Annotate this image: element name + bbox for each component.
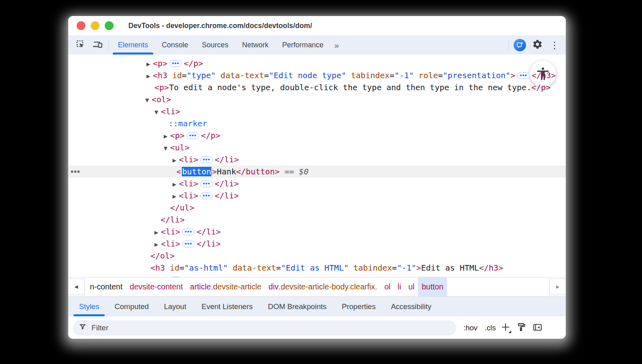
sidebar-tab-computed[interactable]: Computed xyxy=(107,297,156,316)
toggle-sidebar-button[interactable] xyxy=(531,322,544,334)
disclosure-arrow-icon[interactable]: ▼ xyxy=(145,94,152,106)
dom-tree-row[interactable]: ▼<li> xyxy=(68,105,566,117)
ai-assistance-icon xyxy=(514,39,526,51)
zoom-window-button[interactable] xyxy=(105,21,114,30)
disclosure-arrow-icon[interactable]: ▼ xyxy=(164,142,170,154)
code-token: = xyxy=(438,71,443,80)
tab-sources[interactable]: Sources xyxy=(195,36,235,55)
breadcrumb-part: .devsite-article-body.clearfix. xyxy=(278,282,377,291)
disclosure-arrow-icon[interactable]: ▶ xyxy=(146,275,153,277)
breadcrumb: n-contentdevsite-contentarticle.devsite-… xyxy=(85,277,447,296)
tab-network[interactable]: Network xyxy=(235,36,275,55)
ellipsis-expand-button[interactable]: ••• xyxy=(182,241,195,247)
code-token: tabindex xyxy=(351,71,390,80)
ellipsis-expand-button[interactable]: ••• xyxy=(169,60,182,67)
more-tabs-button[interactable]: » xyxy=(330,36,343,55)
dom-tree-row[interactable]: ▶<li>•••</li> xyxy=(68,178,566,190)
tab-performance[interactable]: Performance xyxy=(275,36,330,55)
disclosure-arrow-icon[interactable]: ▶ xyxy=(146,70,153,82)
breadcrumb-part: devsite-content xyxy=(130,282,183,291)
breadcrumb-part: ol xyxy=(384,282,390,291)
disclosure-arrow-icon[interactable]: ▶ xyxy=(173,178,179,190)
ellipsis-expand-button[interactable]: ••• xyxy=(169,277,182,277)
code-token: $0 xyxy=(299,167,309,176)
dom-tree-row[interactable]: ▶<p>•••</p> xyxy=(68,129,566,142)
breadcrumb-scroll-right-button[interactable]: ▶ xyxy=(549,279,566,295)
inspect-element-button[interactable] xyxy=(74,38,87,52)
breadcrumb-item[interactable]: devsite-content xyxy=(126,277,186,296)
dom-tree-row[interactable]: ▼<ol> xyxy=(68,93,566,105)
code-token: </h3> xyxy=(532,71,556,80)
disclosure-arrow-icon[interactable]: ▶ xyxy=(173,190,179,202)
dom-tree-row[interactable]: ▶<li>•••</li> xyxy=(68,190,566,202)
dom-tree-row[interactable]: ▼<ul> xyxy=(68,142,566,154)
disclosure-arrow-icon[interactable]: ▶ xyxy=(154,239,161,251)
disclosure-arrow-icon[interactable]: ▶ xyxy=(164,130,170,142)
breadcrumb-scroll-left-button[interactable]: ◀ xyxy=(68,279,85,295)
dom-tree-row[interactable]: ▶<li>•••</li> xyxy=(68,154,566,166)
element-classes-button[interactable]: .cls xyxy=(485,324,496,332)
dom-tree-row[interactable]: <h3 id="as-html" data-text="Edit as HTML… xyxy=(68,262,566,274)
dom-tree-row[interactable]: ▶<h3 id="type" data-text="Edit node type… xyxy=(68,69,566,81)
dom-tree-row[interactable]: ::marker xyxy=(68,117,566,129)
sidebar-tab-properties[interactable]: Properties xyxy=(334,297,383,316)
code-token: <li> xyxy=(161,239,180,249)
code-token: = xyxy=(264,71,269,80)
dom-tree-row[interactable]: ▶<p>•••</p> xyxy=(68,57,566,69)
breadcrumb-item[interactable]: n-content xyxy=(86,277,126,296)
ellipsis-expand-button[interactable]: ••• xyxy=(200,180,213,187)
code-token: "Edit node type" xyxy=(269,71,346,80)
disclosure-arrow-icon[interactable]: ▶ xyxy=(154,226,161,239)
sidebar-tab-styles[interactable]: Styles xyxy=(71,297,107,316)
scroll-left-icon: ◀ xyxy=(75,284,78,289)
tab-console[interactable]: Console xyxy=(155,36,195,55)
row-actions-icon[interactable]: ••• xyxy=(71,166,80,178)
more-options-button[interactable]: ⋮ xyxy=(548,40,561,50)
traffic-lights xyxy=(68,21,114,30)
breadcrumb-item[interactable]: ol xyxy=(381,277,394,296)
breadcrumb-item[interactable]: button xyxy=(418,277,447,296)
breadcrumb-item[interactable]: ul xyxy=(405,277,418,296)
ellipsis-expand-button[interactable]: ••• xyxy=(517,72,530,79)
sidebar-tab-event-listeners[interactable]: Event Listeners xyxy=(194,297,260,316)
disclosure-arrow-icon[interactable]: ▼ xyxy=(154,106,161,118)
ai-assistance-button[interactable] xyxy=(513,38,526,52)
device-toolbar-button[interactable] xyxy=(91,38,104,52)
disclosure-arrow-icon[interactable]: ▶ xyxy=(173,154,179,166)
dom-tree-row[interactable]: </ul> xyxy=(68,202,566,214)
rendering-emulations-button[interactable] xyxy=(515,322,528,334)
filter-input[interactable] xyxy=(91,323,451,333)
close-window-button[interactable] xyxy=(77,21,85,30)
dom-tree-row[interactable]: </li> xyxy=(68,214,566,226)
ellipsis-expand-button[interactable]: ••• xyxy=(200,192,213,199)
code-token: <li> xyxy=(179,155,198,164)
dom-tree-row[interactable]: ▶<li>•••</li> xyxy=(68,226,566,238)
tab-elements[interactable]: Elements xyxy=(111,36,155,55)
code-token: <p> xyxy=(170,131,185,140)
code-token: </h3> xyxy=(479,263,503,273)
dom-tree-row[interactable]: <p>To edit a node's type, double-click t… xyxy=(68,81,566,93)
filter-field[interactable] xyxy=(73,320,456,336)
dom-tree-row[interactable]: ▶<li>•••</li> xyxy=(68,238,566,250)
breadcrumb-item[interactable]: li xyxy=(394,277,405,296)
dom-tree-row[interactable]: •••<button>Hank</button> == $0 xyxy=(68,166,566,178)
sidebar-tab-layout[interactable]: Layout xyxy=(156,297,194,316)
ellipsis-expand-button[interactable]: ••• xyxy=(200,156,213,163)
new-style-rule-button[interactable] xyxy=(499,322,512,334)
breadcrumb-part: ul xyxy=(408,282,414,291)
sidebar-tab-dom-breakpoints[interactable]: DOM Breakpoints xyxy=(260,297,334,316)
ellipsis-expand-button[interactable]: ••• xyxy=(187,132,199,139)
breadcrumb-item[interactable]: article.devsite-article xyxy=(187,277,265,296)
code-token: data-text xyxy=(221,71,264,80)
toggle-element-state-button[interactable]: :hov xyxy=(463,324,477,332)
disclosure-arrow-icon[interactable]: ▶ xyxy=(146,58,153,70)
minimize-window-button[interactable] xyxy=(91,21,100,30)
dom-tree-row[interactable]: </ol> xyxy=(68,250,566,262)
ellipsis-expand-button[interactable]: ••• xyxy=(182,229,195,235)
settings-button[interactable] xyxy=(530,38,544,52)
toolbar-right-divider xyxy=(508,40,509,51)
breadcrumb-item[interactable]: div.devsite-article-body.clearfix. xyxy=(265,277,381,296)
sidebar-tab-accessibility[interactable]: Accessibility xyxy=(383,297,439,316)
dom-tree-row[interactable]: ▶<p>•••</p> xyxy=(68,274,566,277)
code-token: = xyxy=(276,263,281,273)
